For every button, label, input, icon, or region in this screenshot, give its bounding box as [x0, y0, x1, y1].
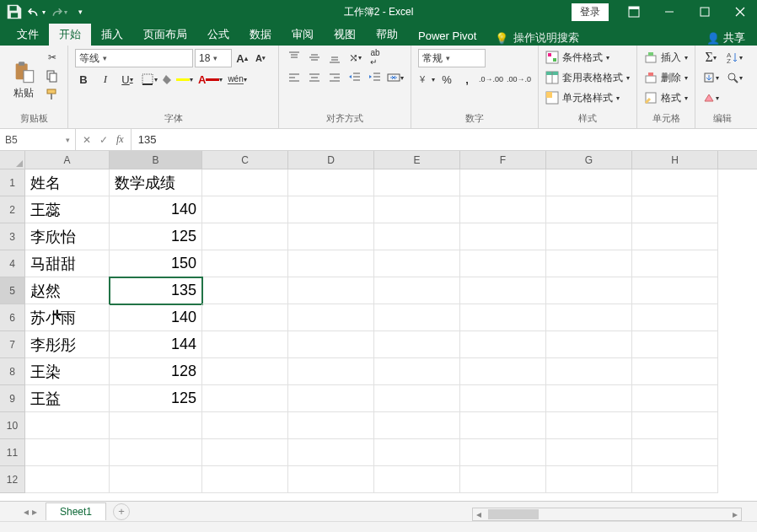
shrink-font-icon[interactable]: A▾: [252, 50, 269, 67]
cell[interactable]: 马甜甜: [25, 250, 110, 277]
font-color-icon[interactable]: A▾: [198, 71, 223, 88]
enter-formula-icon[interactable]: ✓: [99, 134, 108, 146]
cancel-formula-icon[interactable]: ✕: [83, 134, 91, 146]
cell[interactable]: [632, 385, 718, 412]
align-center-icon[interactable]: [306, 69, 323, 86]
cell[interactable]: [546, 358, 632, 385]
cell[interactable]: [546, 412, 632, 439]
cell[interactable]: [632, 277, 718, 304]
cell[interactable]: [110, 412, 202, 439]
cell[interactable]: [546, 466, 632, 493]
row-header[interactable]: 11: [0, 439, 25, 466]
column-header-H[interactable]: H: [632, 151, 718, 169]
cell[interactable]: [202, 358, 288, 385]
wrap-text-icon[interactable]: ab↵: [367, 49, 384, 66]
cell[interactable]: 125: [110, 385, 202, 412]
row-header[interactable]: 2: [0, 196, 25, 223]
cell[interactable]: [460, 385, 546, 412]
column-header-G[interactable]: G: [546, 151, 632, 169]
row-header[interactable]: 3: [0, 223, 25, 250]
orientation-icon[interactable]: ⤭▾: [346, 49, 363, 66]
accounting-icon[interactable]: ¥▾: [418, 71, 435, 88]
cell[interactable]: [110, 466, 202, 493]
underline-icon[interactable]: U▾: [119, 71, 136, 88]
cell[interactable]: 李欣怡: [25, 223, 110, 250]
format-as-table-button[interactable]: 套用表格格式▾: [545, 69, 630, 86]
align-bottom-icon[interactable]: [326, 49, 343, 66]
cell[interactable]: [374, 223, 460, 250]
cell[interactable]: [288, 169, 374, 196]
cell[interactable]: [632, 412, 718, 439]
italic-icon[interactable]: I: [97, 71, 114, 88]
cell[interactable]: 王染: [25, 358, 110, 385]
column-header-A[interactable]: A: [25, 151, 110, 169]
tab-file[interactable]: 文件: [7, 24, 49, 46]
conditional-format-button[interactable]: 条件格式▾: [545, 49, 630, 66]
copy-icon[interactable]: [44, 67, 61, 84]
comma-icon[interactable]: ,: [459, 71, 475, 88]
name-box[interactable]: B5▾: [0, 129, 76, 150]
row-header[interactable]: 8: [0, 358, 25, 385]
tell-me-search[interactable]: 💡操作说明搜索: [486, 30, 588, 46]
column-header-D[interactable]: D: [288, 151, 374, 169]
row-header[interactable]: 9: [0, 385, 25, 412]
column-header-B[interactable]: B: [110, 151, 202, 169]
cell[interactable]: [632, 169, 718, 196]
tab-powerpivot[interactable]: Power Pivot: [408, 26, 486, 46]
cell[interactable]: 姓名: [25, 169, 110, 196]
clear-icon[interactable]: ▾: [702, 89, 719, 106]
cell[interactable]: [288, 331, 374, 358]
cell[interactable]: [202, 223, 288, 250]
cell[interactable]: [632, 250, 718, 277]
cell[interactable]: 150: [110, 250, 202, 277]
cell[interactable]: [288, 385, 374, 412]
cell[interactable]: [25, 466, 110, 493]
fill-icon[interactable]: ▾: [702, 69, 719, 86]
ribbon-options-icon[interactable]: [617, 0, 651, 24]
cell[interactable]: [632, 331, 718, 358]
cell[interactable]: [546, 169, 632, 196]
cell[interactable]: [460, 169, 546, 196]
tab-layout[interactable]: 页面布局: [133, 24, 197, 46]
cell[interactable]: [202, 466, 288, 493]
login-button[interactable]: 登录: [572, 3, 609, 21]
cell[interactable]: [632, 196, 718, 223]
add-sheet-button[interactable]: +: [113, 503, 130, 520]
increase-decimal-icon[interactable]: .0→.00: [479, 71, 503, 88]
cell[interactable]: 135: [110, 277, 202, 304]
align-right-icon[interactable]: [326, 69, 343, 86]
cell[interactable]: [460, 358, 546, 385]
cell[interactable]: [288, 223, 374, 250]
cell-styles-button[interactable]: 单元格样式▾: [545, 89, 630, 106]
grow-font-icon[interactable]: A▴: [234, 50, 250, 67]
cell[interactable]: [374, 304, 460, 331]
cell[interactable]: [460, 277, 546, 304]
sort-filter-icon[interactable]: AZ▾: [726, 49, 743, 66]
border-icon[interactable]: ▾: [141, 71, 158, 88]
tab-formulas[interactable]: 公式: [197, 24, 239, 46]
maximize-icon[interactable]: [688, 0, 722, 24]
bold-icon[interactable]: B: [75, 71, 92, 88]
cell[interactable]: [546, 385, 632, 412]
cell[interactable]: [202, 277, 288, 304]
close-icon[interactable]: [723, 0, 757, 24]
cell[interactable]: [202, 439, 288, 466]
sheet-nav[interactable]: ◂▸: [17, 506, 44, 518]
qat-customize-icon[interactable]: ▾: [71, 3, 89, 21]
tab-view[interactable]: 视图: [324, 24, 366, 46]
cell[interactable]: 140: [110, 196, 202, 223]
column-header-F[interactable]: F: [460, 151, 546, 169]
cell[interactable]: [288, 358, 374, 385]
horizontal-scrollbar[interactable]: ◂▸: [472, 508, 742, 521]
cell[interactable]: [546, 331, 632, 358]
cell[interactable]: [374, 196, 460, 223]
fill-color-icon[interactable]: ▾: [163, 71, 193, 88]
cell[interactable]: [632, 358, 718, 385]
formula-input[interactable]: 135: [132, 133, 757, 146]
cell[interactable]: [460, 250, 546, 277]
cell[interactable]: [632, 223, 718, 250]
cell[interactable]: [288, 196, 374, 223]
cell[interactable]: [202, 169, 288, 196]
cell[interactable]: 144: [110, 331, 202, 358]
cell[interactable]: [546, 196, 632, 223]
